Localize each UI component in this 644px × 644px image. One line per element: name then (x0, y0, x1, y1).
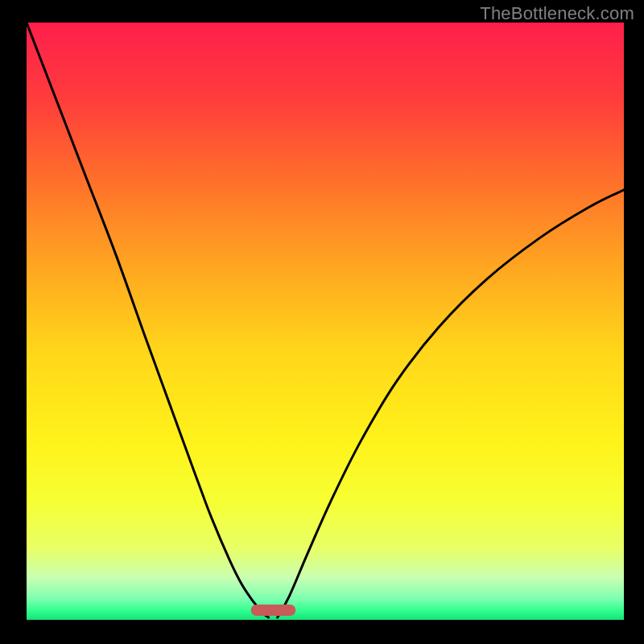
plot-area (27, 23, 624, 620)
gradient-background (27, 23, 624, 620)
chart-svg (27, 23, 624, 620)
chart-frame: TheBottleneck.com (0, 0, 644, 644)
optimal-range-marker (251, 605, 296, 616)
watermark-text: TheBottleneck.com (480, 3, 634, 24)
